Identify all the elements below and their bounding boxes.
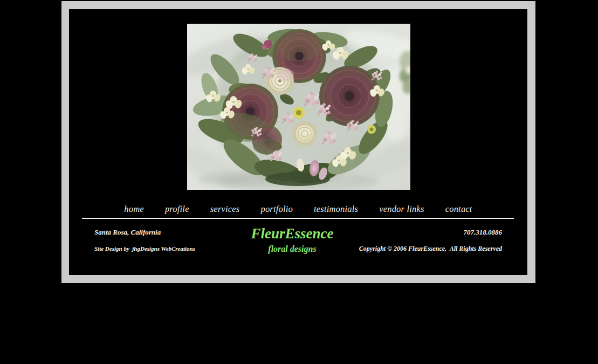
phone-text: 707.318.0886 [359, 228, 502, 237]
site-credit-text: Site Design by jhgDesigns WebCreations [94, 245, 195, 252]
brand-tagline: floral designs [251, 244, 333, 254]
page: { "page": { "background_color": "#000000… [0, 0, 598, 364]
footer-right-block: 707.318.0886 Copyright © 2006 FleurEssen… [359, 228, 502, 253]
brand-wordmark: FleurEssence [251, 226, 333, 241]
brand-block: FleurEssence floral designs [251, 226, 333, 254]
content-canvas: home profile services portfolio testimon… [69, 9, 527, 275]
footer-left-block: Santa Rosa, California Site Design by jh… [94, 228, 195, 252]
nav-divider-rule [82, 218, 514, 219]
nav-item-contact[interactable]: contact [445, 204, 472, 215]
page-frame: home profile services portfolio testimon… [61, 1, 535, 283]
main-nav: home profile services portfolio testimon… [69, 204, 527, 215]
location-text: Santa Rosa, California [94, 228, 195, 237]
nav-item-profile[interactable]: profile [165, 204, 189, 215]
nav-item-services[interactable]: services [210, 204, 240, 215]
bouquet-photo [187, 24, 410, 190]
copyright-text: Copyright © 2006 FleurEssence, All Right… [359, 245, 502, 253]
nav-item-testimonials[interactable]: testimonials [314, 204, 358, 215]
nav-item-portfolio[interactable]: portfolio [260, 204, 293, 215]
bouquet-illustration [187, 24, 410, 190]
nav-item-vendor-links[interactable]: vendor links [379, 204, 424, 215]
nav-item-home[interactable]: home [124, 204, 144, 215]
